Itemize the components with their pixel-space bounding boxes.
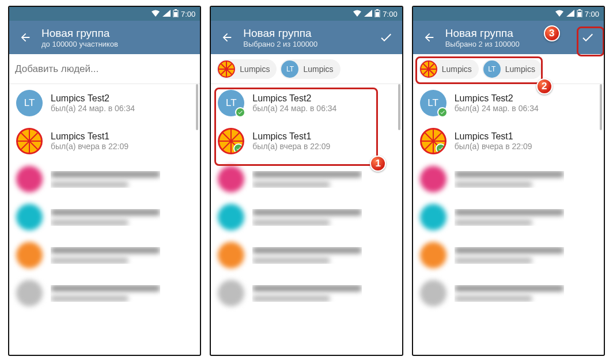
chip-avatar: [218, 60, 235, 78]
status-time: 7:00: [585, 10, 599, 18]
header-title: Новая группа: [41, 27, 196, 40]
svg-rect-8: [578, 12, 581, 17]
wifi-icon: [151, 10, 160, 18]
selected-chip[interactable]: Lumpics: [419, 59, 479, 79]
contact-row-blurred: [211, 236, 402, 274]
contact-row[interactable]: Lumpics Test1 был(а) вчера в 22:09: [413, 122, 604, 160]
svg-rect-4: [376, 9, 379, 10]
svg-rect-5: [376, 12, 379, 17]
add-people-input[interactable]: [15, 63, 194, 75]
contact-row-blurred: [9, 274, 200, 312]
contact-row-blurred: [9, 236, 200, 274]
scroll-indicator: [196, 84, 198, 130]
scroll-indicator: [600, 84, 602, 130]
avatar: LT: [16, 90, 43, 116]
phone-screen-2: 7:00 Новая группа Выбрано 2 из 100000 Lu…: [210, 6, 403, 356]
contact-row-blurred: [211, 160, 402, 198]
signal-icon: [566, 10, 574, 18]
signal-icon: [162, 10, 171, 18]
contact-status: был(а) 24 мар. в 06:34: [51, 104, 135, 113]
app-header: Новая группа Выбрано 2 из 100000: [211, 21, 402, 54]
contact-row[interactable]: Lumpics Test1 был(а) вчера в 22:09: [211, 122, 402, 160]
scroll-indicator: [398, 84, 400, 130]
contact-row-blurred: [211, 198, 402, 236]
contact-name: Lumpics Test2: [252, 93, 336, 104]
search-row[interactable]: [9, 54, 200, 84]
chip-avatar: [420, 60, 437, 78]
avatar-initials: LT: [427, 97, 438, 109]
avatar-initials: LT: [24, 97, 35, 109]
header-subtitle: до 100000 участников: [41, 40, 196, 48]
confirm-button[interactable]: [575, 25, 600, 50]
confirm-button[interactable]: [373, 25, 399, 50]
status-bar: 7:00: [211, 7, 402, 21]
selected-check-icon: [436, 143, 446, 154]
selected-chip[interactable]: Lumpics: [217, 59, 277, 79]
contact-list[interactable]: LT Lumpics Test2 был(а) 24 мар. в 06:34 …: [413, 84, 604, 355]
svg-rect-2: [174, 12, 177, 17]
back-button[interactable]: [417, 25, 442, 50]
contact-row-blurred: [413, 198, 604, 236]
wifi-icon: [353, 10, 362, 18]
selected-check-icon: [233, 143, 244, 154]
svg-rect-1: [175, 9, 177, 10]
contact-row-blurred: [413, 274, 604, 312]
contact-row[interactable]: Lumpics Test1 был(а) вчера в 22:09: [9, 122, 200, 160]
phone-screen-1: 7:00 Новая группа до 100000 участников L…: [8, 6, 201, 356]
contact-name: Lumpics Test1: [51, 131, 128, 142]
selected-check-icon: [437, 107, 448, 117]
status-time: 7:00: [383, 10, 397, 18]
contact-name: Lumpics Test2: [455, 93, 539, 104]
selected-chip[interactable]: LT Lumpics: [280, 59, 340, 79]
header-subtitle: Выбрано 2 из 100000: [243, 40, 373, 48]
header-subtitle: Выбрано 2 из 100000: [445, 40, 575, 48]
contact-status: был(а) 24 мар. в 06:34: [252, 104, 336, 113]
svg-rect-7: [578, 9, 581, 10]
avatar: [420, 128, 446, 154]
chip-label: Lumpics: [303, 65, 333, 74]
status-bar: 7:00: [413, 7, 604, 21]
selected-chip[interactable]: LT Lumpics: [482, 59, 542, 79]
contact-name: Lumpics Test1: [252, 131, 330, 142]
contact-name: Lumpics Test2: [51, 93, 135, 104]
contact-row-blurred: [413, 160, 604, 198]
chip-label: Lumpics: [442, 65, 472, 74]
selected-chips-row[interactable]: Lumpics LT Lumpics: [413, 54, 604, 84]
contact-row-blurred: [413, 236, 604, 274]
avatar: LT: [218, 90, 244, 116]
signal-icon: [364, 10, 372, 18]
contact-name: Lumpics Test1: [455, 131, 532, 142]
status-bar: 7:00: [9, 7, 200, 21]
back-button[interactable]: [214, 25, 240, 50]
back-button[interactable]: [13, 25, 38, 50]
avatar: [218, 128, 244, 154]
contact-row[interactable]: LT Lumpics Test2 был(а) 24 мар. в 06:34: [9, 84, 200, 122]
battery-icon: [577, 9, 582, 19]
status-time: 7:00: [181, 10, 195, 18]
contact-status: был(а) вчера в 22:09: [455, 142, 532, 151]
contact-list[interactable]: LT Lumpics Test2 был(а) 24 мар. в 06:34 …: [9, 84, 200, 339]
contact-list[interactable]: LT Lumpics Test2 был(а) 24 мар. в 06:34 …: [211, 84, 402, 355]
app-header: Новая группа Выбрано 2 из 100000: [413, 21, 604, 54]
header-title: Новая группа: [243, 27, 373, 40]
avatar-initials: LT: [286, 65, 294, 73]
avatar-initials: LT: [488, 65, 495, 73]
chip-avatar: LT: [483, 60, 501, 78]
contact-status: был(а) вчера в 22:09: [51, 142, 128, 151]
chip-avatar: LT: [281, 60, 298, 78]
avatar: [16, 128, 43, 154]
chip-label: Lumpics: [505, 65, 535, 74]
contact-status: был(а) вчера в 22:09: [252, 142, 330, 151]
contact-row[interactable]: LT Lumpics Test2 был(а) 24 мар. в 06:34: [211, 84, 402, 122]
contact-row-blurred: [9, 160, 200, 198]
chip-label: Lumpics: [240, 65, 270, 74]
battery-icon: [173, 9, 179, 19]
contact-row[interactable]: LT Lumpics Test2 был(а) 24 мар. в 06:34: [413, 84, 604, 122]
wifi-icon: [555, 10, 564, 18]
contact-row-blurred: [9, 198, 200, 236]
header-title: Новая группа: [445, 27, 575, 40]
battery-icon: [374, 9, 380, 19]
avatar-initials: LT: [226, 97, 237, 109]
selected-check-icon: [235, 107, 245, 117]
selected-chips-row[interactable]: Lumpics LT Lumpics: [211, 54, 402, 84]
